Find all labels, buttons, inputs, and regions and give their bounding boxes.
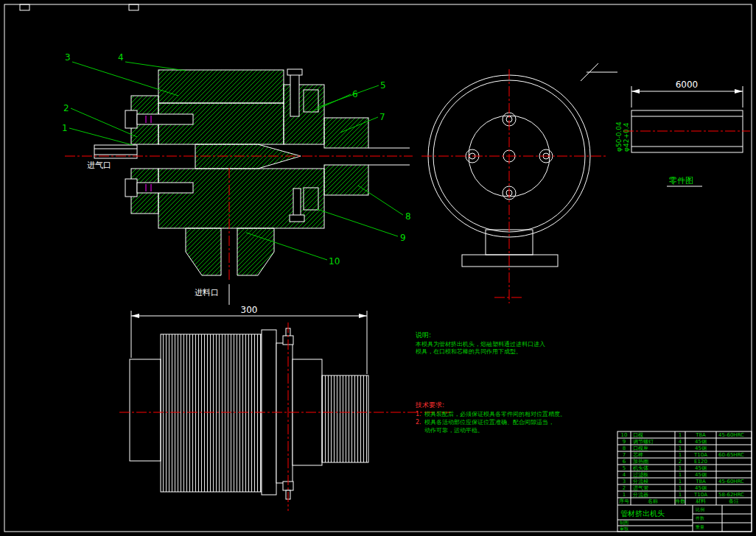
- part-material: T10A: [693, 492, 707, 498]
- part-material: 45钢: [695, 465, 707, 471]
- bolt-bottom: [293, 188, 301, 216]
- part-name: 芯棒: [633, 452, 643, 458]
- part-name: 口模: [633, 432, 643, 438]
- parts-row: 2 进气管 1 45钢: [623, 485, 707, 491]
- callout-label: 7: [379, 112, 385, 122]
- dim-300-label: 300: [241, 305, 258, 315]
- part-qty: 1: [679, 492, 682, 498]
- dia-outer-label: φ50-0.04: [615, 121, 623, 152]
- part-no: 3: [623, 479, 626, 484]
- header-note: 备注: [729, 498, 739, 504]
- tech-line-text: 模具各活动部位应保证位置准确、配合间隙适当，: [424, 419, 554, 426]
- cad-drawing: 进气口 进料口 1 2 3 4 5 6 7: [0, 0, 756, 536]
- parts-row: 9 调节螺钉 4 45钢: [623, 439, 707, 445]
- parts-row: 4 过滤板 1 45钢: [623, 472, 707, 478]
- ribbed-body-small: [322, 375, 368, 462]
- part-qty: 1: [679, 472, 682, 478]
- tech-line-text: 模具装配后，必须保证模具各零件间的相对位置精度。: [424, 411, 566, 417]
- part-no: 5: [623, 465, 626, 471]
- die-upper: [324, 118, 368, 148]
- notes: 说明: 本模具为管材挤出机头，熔融塑料通过进料口进入 模具，在口模和芯棒的共同作…: [415, 331, 566, 434]
- bolt-top-head: [287, 69, 302, 75]
- bolt-bottom-head: [290, 215, 304, 222]
- callout-label: 6: [352, 89, 358, 99]
- callout-9: 9: [317, 209, 406, 243]
- feed-inlet-label: 进料口: [195, 288, 219, 297]
- part-qty: 1: [679, 452, 682, 458]
- left-cylinder: [130, 359, 161, 461]
- tech-requirements-title: 技术要求:: [415, 401, 444, 409]
- air-inlet-label: 进气口: [87, 161, 111, 170]
- weight-label: 重量: [695, 524, 704, 529]
- callout-label: 2: [63, 103, 69, 113]
- parts-row: 6 加热圈 2 E120: [623, 459, 707, 465]
- part-qty: 1: [679, 479, 682, 484]
- dia-inner-label: φ42+0.4: [623, 122, 630, 152]
- callout-label: 8: [405, 211, 411, 222]
- stand-base: [462, 255, 558, 267]
- checked-label: 审核: [620, 526, 629, 531]
- part-note: 45-60HRC: [718, 432, 744, 438]
- part-material: 45钢: [695, 472, 707, 478]
- part-caption: 零件图: [669, 176, 693, 186]
- part-no: 4: [623, 472, 626, 478]
- header-material: 材料: [696, 498, 706, 504]
- parts-row: 1 分流器 1 T10A 58-62HRC: [623, 492, 744, 498]
- header-no: 序号: [619, 498, 629, 504]
- parts-row: 10 口模 1 T8A 45-60HRC: [621, 432, 745, 438]
- callout-label: 3: [65, 52, 71, 63]
- tech-line-num: 2.: [416, 419, 421, 426]
- callout-label: 5: [380, 80, 386, 91]
- callout-8: 8: [358, 186, 411, 222]
- qty-label: 件数: [696, 515, 704, 521]
- part-no: 8: [623, 445, 626, 451]
- part-material: T8A: [695, 432, 706, 438]
- tech-line-text: 动作可靠，运动平稳。: [424, 427, 483, 434]
- part-no: 1: [623, 492, 626, 498]
- washer-top: [304, 90, 318, 112]
- part-material: T8A: [695, 479, 706, 484]
- callout-4: 4: [118, 52, 186, 71]
- part-name: 机头体: [633, 465, 648, 471]
- parts-row: 7 芯棒 1 T10A 60-65HRC: [623, 452, 744, 458]
- part-name: 分流器: [632, 492, 648, 498]
- notes-desc-line: 模具，在口模和芯棒的共同作用下成型。: [416, 348, 522, 355]
- parts-row: 5 机头体 1 45钢: [623, 465, 707, 471]
- top-plate: [158, 70, 284, 103]
- part-material: T10A: [693, 452, 707, 458]
- part-material: 45钢: [695, 445, 707, 451]
- part-note: 58-62HRC: [718, 492, 744, 498]
- notes-desc-title: 说明:: [415, 331, 431, 339]
- part-no: 6: [623, 459, 626, 465]
- funnel-left: [186, 228, 221, 275]
- flange-2: [276, 343, 293, 483]
- centering-mark: [129, 4, 139, 10]
- part-qty: 1: [679, 445, 682, 451]
- part-material: E120: [694, 459, 707, 465]
- parts-row: 8 口模座 1 45钢: [623, 445, 707, 451]
- bolt-top: [290, 74, 299, 116]
- part-material: 45钢: [695, 485, 707, 491]
- part-qty: 2: [679, 459, 682, 465]
- part-name: 口模座: [633, 445, 648, 451]
- part-no: 2: [623, 485, 626, 491]
- part-name: 调节螺钉: [633, 439, 654, 445]
- part-no: 9: [623, 439, 626, 445]
- part-qty: 1: [679, 465, 682, 471]
- centering-mark: [20, 4, 29, 10]
- callout-label: 9: [400, 233, 406, 243]
- die-lower: [324, 165, 368, 195]
- parts-header-row: 序号 名称 件数 材料 备注: [619, 498, 739, 504]
- section-cut-mark: [581, 63, 617, 81]
- title-block: 10 口模 1 T8A 45-60HRC 9 调节螺钉 4 45钢 8 口模座 …: [617, 431, 752, 532]
- part-material: 45钢: [695, 439, 707, 445]
- part-qty: 4: [679, 439, 682, 445]
- callout-5: 5: [317, 80, 386, 107]
- drawn-label: 制图: [620, 520, 629, 526]
- part-view: 6000 φ50-0.04 φ42+0.4 零件图: [615, 80, 750, 186]
- part-name: 分流梭: [632, 479, 648, 484]
- section-view: 进气口 进料口 1 2 3 4 5 6 7: [62, 52, 413, 305]
- part-note: 60-65HRC: [718, 452, 744, 458]
- header-name: 名称: [648, 498, 658, 504]
- funnel-right: [237, 228, 274, 275]
